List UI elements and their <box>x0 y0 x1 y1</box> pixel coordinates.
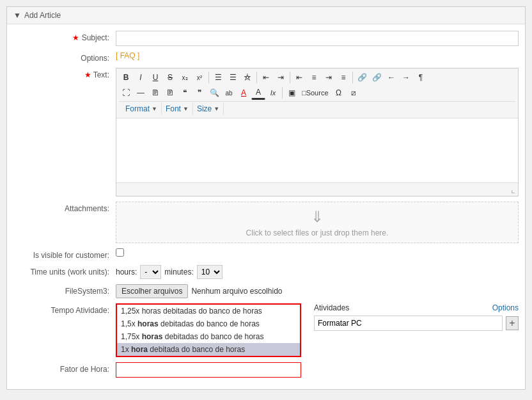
atividades-title: Atividades <box>314 303 349 312</box>
time-units-row: Time units (work units): hours: - 0 1 2 … <box>7 265 525 279</box>
subscript-btn[interactable]: x₂ <box>178 70 192 84</box>
text-row: ★ Text: B I U S x₂ x² <box>7 68 525 196</box>
font-dropdown[interactable]: Font ▼ <box>162 103 193 115</box>
atividades-options-link[interactable]: Options <box>492 303 519 312</box>
text-color-btn[interactable]: A <box>237 86 251 100</box>
tempo-item-2[interactable]: 1,75x horas debitadas do banco de horas <box>117 330 300 343</box>
image-btn[interactable]: ⛶ <box>119 86 133 100</box>
size-arrow: ▼ <box>214 106 219 112</box>
minutes-label: minutes: <box>164 268 193 276</box>
options-wrap: [ FAQ ] <box>116 51 519 60</box>
toolbar-row-1: B I U S x₂ x² ☰ ☰ ⛤ ⇤ ⇥ <box>119 70 515 84</box>
redo-btn[interactable]: → <box>399 70 413 84</box>
indent-btn[interactable]: ⇥ <box>274 70 288 84</box>
editor-toolbar: B I U S x₂ x² ☰ ☰ ⛤ ⇤ ⇥ <box>116 68 518 118</box>
attachments-drop-zone[interactable]: ⇓ Click to select files or just drop the… <box>116 202 519 243</box>
attachments-text: Click to select files or just drop them … <box>246 228 389 237</box>
source-btn[interactable]: □ Source <box>299 86 331 100</box>
blockquote-right-btn[interactable]: ❞ <box>192 86 207 100</box>
format-dropdown[interactable]: Format ▼ <box>121 103 162 115</box>
underline-btn[interactable]: U <box>148 70 162 84</box>
show-blocks-btn[interactable]: ¶ <box>414 70 428 84</box>
subject-label: ★ Subject: <box>13 31 116 42</box>
minutes-select[interactable]: 0 5 10 15 20 30 <box>197 265 223 279</box>
atividades-add-btn[interactable]: + <box>506 316 519 330</box>
italic-btn[interactable]: I <box>134 70 148 84</box>
sep4 <box>352 72 353 83</box>
ordered-list-btn[interactable]: ☰ <box>211 70 225 84</box>
template-btn[interactable]: ▣ <box>285 86 299 100</box>
size-dropdown[interactable]: Size ▼ <box>193 103 224 115</box>
align-left-btn[interactable]: ⇤ <box>292 70 306 84</box>
hours-select[interactable]: - 0 1 2 <box>140 265 161 279</box>
section-title: Add Article <box>24 11 61 20</box>
font-arrow: ▼ <box>183 106 189 112</box>
choose-files-btn[interactable]: Escolher arquivos <box>116 284 188 298</box>
remove-format-btn[interactable]: Ix <box>266 86 280 100</box>
superscript-btn[interactable]: x² <box>192 70 207 84</box>
unordered-list-btn[interactable]: ☰ <box>226 70 240 84</box>
sep2 <box>256 72 257 83</box>
time-units-wrap: hours: - 0 1 2 minutes: 0 5 10 15 20 <box>116 265 519 279</box>
blockquote-left-btn[interactable]: ❝ <box>178 86 192 100</box>
options-row: Options: [ FAQ ] <box>7 51 525 63</box>
atividades-input-row: + <box>314 316 519 331</box>
font-label: Font <box>166 104 181 113</box>
fator-hora-input[interactable] <box>116 362 301 378</box>
tempo-atividade-label: Tempo Atividade: <box>13 303 116 315</box>
form-body: ★ Subject: Options: [ FAQ ] ★ Text: <box>7 24 525 389</box>
format-arrow: ▼ <box>152 106 157 112</box>
article-form: ▼ Add Article ★ Subject: Options: [ FAQ … <box>6 6 526 390</box>
unlink-btn[interactable]: 🔗 <box>370 70 384 84</box>
toolbar-format-row: Format ▼ Font ▼ Size ▼ <box>119 101 515 116</box>
strikethrough-btn[interactable]: S <box>163 70 177 84</box>
visible-wrap <box>116 248 519 257</box>
tempo-inner: 1,25x horas debitadas do banco de horas … <box>116 303 519 357</box>
justify-btn[interactable]: ≡ <box>336 70 350 84</box>
options-label-cell: Options: <box>13 51 116 63</box>
find-btn[interactable]: 🔍 <box>207 86 221 100</box>
bold-btn[interactable]: B <box>119 70 133 84</box>
attachments-label: Attachments: <box>13 202 116 213</box>
size-label: Size <box>197 104 212 113</box>
bg-color-btn[interactable]: A <box>251 86 265 100</box>
section-header: ▼ Add Article <box>7 7 525 24</box>
text-required: ★ <box>84 70 91 79</box>
subject-input[interactable] <box>116 31 519 46</box>
special-char-btn[interactable]: Ω <box>332 86 346 100</box>
spellcheck-btn[interactable]: ab <box>222 86 236 100</box>
fullscreen-btn[interactable]: ⧄ <box>347 86 361 100</box>
tempo-item-1[interactable]: 1,5x horas debitadas do banco de horas <box>117 317 300 330</box>
editor-content[interactable] <box>116 118 518 182</box>
tempo-atividade-row: Tempo Atividade: 1,25x horas debitadas d… <box>7 303 525 357</box>
undo-btn[interactable]: ← <box>384 70 398 84</box>
editor-container: B I U S x₂ x² ☰ ☰ ⛤ ⇤ ⇥ <box>116 68 519 196</box>
time-units-label: Time units (work units): <box>13 265 116 276</box>
align-right-btn[interactable]: ⇥ <box>322 70 336 84</box>
table-btn[interactable]: ⛤ <box>240 70 254 84</box>
atividades-header: Atividades Options <box>314 303 519 312</box>
link-btn[interactable]: 🔗 <box>355 70 369 84</box>
visible-checkbox[interactable] <box>116 248 124 257</box>
hours-label: hours: <box>116 268 137 276</box>
page-break-btn[interactable]: 🖹 <box>148 86 162 100</box>
sep3 <box>290 72 290 83</box>
attachments-row: Attachments: ⇓ Click to select files or … <box>7 202 525 243</box>
subject-input-wrap <box>116 31 519 46</box>
tempo-item-0[interactable]: 1,25x horas debitadas do banco de horas <box>117 305 300 317</box>
faq-link[interactable]: [ FAQ ] <box>116 51 139 60</box>
tempo-item-3[interactable]: 1x hora debitada do banco de horas <box>117 343 300 356</box>
hr-btn[interactable]: ― <box>134 86 148 100</box>
align-center-btn[interactable]: ≡ <box>307 70 321 84</box>
fator-hora-wrap <box>116 362 519 378</box>
subject-row: ★ Subject: <box>7 31 525 46</box>
outdent-btn[interactable]: ⇤ <box>259 70 273 84</box>
toolbar-row-2: ⛶ ― 🖹 🖹 ❝ ❞ 🔍 ab A A Ix ▣ <box>119 86 515 100</box>
collapse-icon[interactable]: ▼ <box>13 11 21 20</box>
editor-statusbar: ⌞ <box>116 182 518 196</box>
filesystem3-wrap: Escolher arquivos Nenhum arquivo escolhi… <box>116 284 519 298</box>
atividades-input[interactable] <box>314 316 503 331</box>
source-icon: □ <box>302 89 306 97</box>
sep1 <box>208 72 209 83</box>
paste-btn[interactable]: 🖹 <box>163 86 177 100</box>
